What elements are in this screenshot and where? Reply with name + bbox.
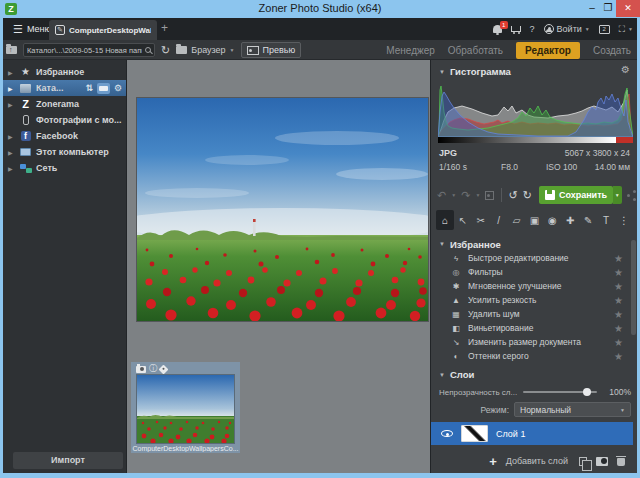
- histogram-header[interactable]: ▼ Гистограмма ⚙: [431, 64, 638, 79]
- expand-icon: ⛶: [619, 24, 625, 35]
- panel-scrollbar[interactable]: [631, 240, 636, 335]
- new-tab-button[interactable]: +: [161, 21, 168, 35]
- text-tool[interactable]: T: [597, 210, 615, 230]
- login-button[interactable]: Войти ▼: [544, 24, 590, 34]
- layer-item-selected[interactable]: Слой 1: [431, 422, 633, 445]
- star-icon[interactable]: ★: [614, 351, 633, 362]
- folder-up-button[interactable]: ↑: [6, 46, 17, 54]
- sidebar-item-zonerama[interactable]: ▶ Z Zonerama: [3, 96, 126, 112]
- path-field[interactable]: Каталог\...\2009-05-15 Новая папка: [23, 43, 155, 57]
- store-button[interactable]: [511, 26, 521, 32]
- red-eye-tool[interactable]: ◉: [543, 210, 561, 230]
- share-icon[interactable]: [627, 190, 633, 200]
- image-overlay-button[interactable]: [485, 191, 493, 200]
- favorite-item-filters[interactable]: ◎ Фильтры ★: [431, 265, 633, 279]
- tree-caret-icon[interactable]: ▶: [8, 101, 15, 108]
- draw-tool[interactable]: ✎: [579, 210, 597, 230]
- sidebar-item-phone-photos[interactable]: Фотографии с мо...: [3, 112, 126, 128]
- tree-caret-icon[interactable]: ▶: [8, 133, 15, 140]
- mode-manager[interactable]: Менеджер: [386, 45, 435, 56]
- layers-header[interactable]: ▼ Слои: [431, 367, 638, 382]
- favorite-item-resize[interactable]: ↘ Изменить размер документа ★: [431, 335, 633, 349]
- gear-icon[interactable]: ⚙: [114, 83, 122, 93]
- redo-button[interactable]: ↷: [461, 190, 470, 201]
- add-layer-label[interactable]: Добавить слой: [506, 456, 568, 466]
- sidebar-item-this-computer[interactable]: ▶ Этот компьютер: [3, 144, 126, 160]
- tree-caret-icon[interactable]: ▶: [8, 69, 15, 76]
- chevron-down-icon: ▼: [439, 241, 445, 247]
- notifications-button[interactable]: 1: [493, 25, 502, 33]
- layer-name: Слой 1: [496, 429, 525, 439]
- sort-icon[interactable]: ⇅: [85, 83, 93, 93]
- chevron-down-icon[interactable]: ▼: [475, 192, 480, 198]
- sidebar-item-network[interactable]: ▶ Сеть: [3, 160, 126, 176]
- save-label: Сохранить: [559, 190, 607, 200]
- minimize-button[interactable]: –: [584, 0, 600, 16]
- tools-row: ⌂ ↖ ✂ / ▱ ▣ ◉ ✚ ✎ T ⋮: [436, 209, 633, 231]
- chevron-down-icon[interactable]: ▼: [451, 192, 456, 198]
- blend-mode-row: Режим: Нормальный ▼: [439, 402, 631, 417]
- user-icon: [544, 24, 554, 34]
- thumbnail-caption: ComputerDesktopWallpapersCo...: [131, 445, 240, 452]
- home-tool[interactable]: ⌂: [436, 210, 454, 230]
- tree-caret-icon[interactable]: ▶: [8, 149, 15, 156]
- blend-mode-select[interactable]: Нормальный ▼: [514, 402, 631, 417]
- lightning-icon: ϟ: [451, 254, 461, 263]
- wand-icon: ✱: [451, 282, 461, 291]
- noise-icon: ▦: [451, 310, 461, 319]
- favorite-item-vignette[interactable]: ◧ Виньетирование ★: [431, 321, 633, 335]
- close-button[interactable]: ✕: [616, 0, 640, 17]
- main-toolbar: ↑ Каталог\...\2009-05-15 Новая папка ↻ Б…: [3, 40, 637, 60]
- favorite-item-quick-edit[interactable]: ϟ Быстрое редактирование ★: [431, 251, 633, 265]
- tree-caret-icon[interactable]: ▶: [8, 85, 15, 92]
- add-layer-button[interactable]: +: [489, 455, 497, 468]
- phone-icon: [23, 115, 29, 125]
- maximize-button[interactable]: ❐: [600, 0, 616, 16]
- import-button[interactable]: Импорт: [13, 452, 123, 469]
- thumbnail-selected[interactable]: ⓘ: [131, 362, 240, 453]
- sidebar-item-facebook[interactable]: ▶ f Facebook: [3, 128, 126, 144]
- save-options-dropdown[interactable]: ▼: [613, 186, 621, 204]
- fullscreen-button[interactable]: ⛶ ▼: [619, 24, 633, 35]
- more-tools[interactable]: ⋮: [615, 210, 633, 230]
- gear-icon[interactable]: ⚙: [621, 64, 630, 75]
- undo-button[interactable]: ↶: [437, 190, 446, 201]
- refresh-button[interactable]: ↻: [161, 45, 170, 56]
- tree-caret-icon[interactable]: ▶: [8, 165, 15, 172]
- rotate-left-button[interactable]: ↺: [508, 190, 517, 201]
- retouch-tool[interactable]: ✚: [561, 210, 579, 230]
- straighten-tool[interactable]: /: [490, 210, 508, 230]
- favorites-header[interactable]: ▼ Избранное: [431, 237, 638, 251]
- crop-tool[interactable]: ✂: [472, 210, 490, 230]
- duplicate-layer-icon[interactable]: [579, 457, 587, 466]
- pointer-tool[interactable]: ↖: [454, 210, 472, 230]
- mode-editor[interactable]: Редактор: [516, 42, 580, 59]
- favorite-item-instant-enhance[interactable]: ✱ Мгновенное улучшение ★: [431, 279, 633, 293]
- save-button[interactable]: Сохранить: [539, 186, 613, 204]
- deform-tool[interactable]: ▱: [508, 210, 526, 230]
- second-display-button[interactable]: 2: [599, 25, 610, 34]
- help-button[interactable]: ?: [530, 24, 535, 34]
- add-folder-icon[interactable]: [97, 83, 110, 94]
- favorite-item-remove-noise[interactable]: ▦ Удалить шум ★: [431, 307, 633, 321]
- favorite-item-sharpen[interactable]: ▲ Усилить резкость ★: [431, 293, 633, 307]
- shutter-speed: 1/160 s: [439, 162, 501, 172]
- star-icon[interactable]: ★: [614, 337, 633, 348]
- delete-layer-icon[interactable]: [617, 458, 625, 466]
- mode-create[interactable]: Создать: [593, 45, 631, 56]
- search-icon[interactable]: [145, 47, 151, 53]
- opacity-slider-track[interactable]: [523, 391, 597, 393]
- document-tab[interactable]: ✎ ComputerDesktopWallpapers...: [49, 20, 157, 40]
- sidebar-item-label: Facebook: [36, 131, 78, 141]
- browser-button[interactable]: Браузер ▼: [176, 45, 234, 55]
- opacity-slider-handle[interactable]: [583, 388, 591, 396]
- rotate-right-button[interactable]: ↻: [523, 190, 532, 201]
- favorite-item-grayscale[interactable]: ◐ Оттенки серого ★: [431, 349, 633, 363]
- sidebar-item-catalog[interactable]: ▶ Ката... ⇅ ⚙: [3, 80, 126, 96]
- preview-toggle-button[interactable]: Превью: [241, 42, 302, 58]
- mode-develop[interactable]: Обработать: [448, 45, 503, 56]
- layer-mask-icon[interactable]: [596, 457, 608, 466]
- visibility-eye-icon[interactable]: [441, 430, 453, 437]
- sidebar-item-favorites[interactable]: ▶ ★ Избранное: [3, 64, 126, 80]
- text-frame-tool[interactable]: ▣: [526, 210, 544, 230]
